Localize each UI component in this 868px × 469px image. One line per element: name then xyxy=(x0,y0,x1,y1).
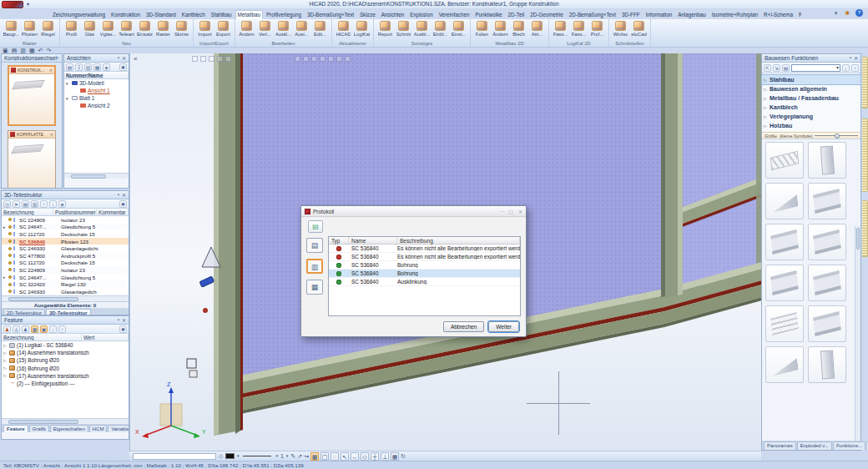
ribbon-button[interactable]: Teileart xyxy=(118,20,135,40)
ribbon-button[interactable]: Einsatz xyxy=(136,20,154,40)
view-front-icon[interactable] xyxy=(303,56,309,62)
pin-icon[interactable]: ▾ xyxy=(832,9,840,17)
function-category[interactable]: ▷ Holzbau xyxy=(762,121,860,130)
ribbon-button[interactable]: Skizze xyxy=(173,20,190,40)
close-icon[interactable]: ✕ xyxy=(50,132,53,137)
ribbon-button[interactable]: Glas xyxy=(81,20,98,40)
ribbon-button[interactable]: Verl... xyxy=(256,20,274,40)
protocol-row[interactable]: SC 536840 Bohrung xyxy=(329,261,520,270)
docked-panel-tab[interactable] xyxy=(862,57,868,108)
part-row[interactable]: I SC 477800 Andruckprofil 5 xyxy=(2,252,129,260)
pin-icon[interactable]: ▪ xyxy=(118,55,119,61)
ribbon-button[interactable]: LogiKal xyxy=(353,20,371,40)
ribbon-button[interactable]: Prof... xyxy=(588,20,606,40)
sort-desc-icon[interactable]: ↑ xyxy=(851,64,859,72)
ribbon-button[interactable]: Riegel xyxy=(39,20,57,40)
toolbar-icon[interactable]: ▢ xyxy=(320,452,329,461)
ribbon-button[interactable]: Vglas... xyxy=(99,20,117,40)
menu-tab[interactable]: 3D-Standard xyxy=(144,10,179,19)
part-row[interactable]: I SC 224809 Isolator 23 xyxy=(2,216,129,224)
next-button[interactable]: Weiter xyxy=(488,321,519,332)
menu-tab[interactable]: Ansichten xyxy=(379,10,407,19)
ribbon-button[interactable]: Folien xyxy=(473,20,491,40)
catalog-item-thumbnail[interactable] xyxy=(765,142,804,179)
select-tool-icon[interactable] xyxy=(192,56,198,62)
select-icon[interactable]: ➤ xyxy=(13,200,20,208)
menu-tab[interactable]: 2D-Teil xyxy=(506,10,527,19)
part-row[interactable]: I SC 246930 Glasanlagedicht xyxy=(2,245,129,252)
cancel-button[interactable]: Abbrechen xyxy=(443,321,484,332)
ribbon-button[interactable]: Ausbl... xyxy=(413,20,431,40)
drawing-thumbnail[interactable]: KOPFPLATTE ✕ xyxy=(8,130,56,189)
view-tree-item[interactable]: Ansicht 1 xyxy=(64,87,129,94)
catalog-item-thumbnail[interactable] xyxy=(765,305,804,342)
toolbar-icon[interactable]: ▣ xyxy=(3,48,8,53)
ribbon-button[interactable]: HiCAD xyxy=(335,20,352,40)
catalog-item-thumbnail[interactable] xyxy=(808,265,846,301)
toolbar-icon[interactable]: ↔ xyxy=(351,452,359,461)
dropdown-icon[interactable]: ▾ xyxy=(275,452,278,460)
menu-tab[interactable]: Konstruktion xyxy=(108,10,143,19)
sort-down-icon[interactable]: ↓ xyxy=(49,200,57,208)
dialog-titlebar[interactable]: Protokoll ‒ ▢ ✕ xyxy=(301,206,526,217)
catalog-tab[interactable]: Panoramas xyxy=(764,441,796,450)
dropdown-icon[interactable]: ▾ xyxy=(286,452,289,460)
current-color-swatch[interactable] xyxy=(225,453,235,459)
close-icon[interactable]: ✕ xyxy=(61,55,62,61)
tree-collapse-icon[interactable]: ⇱ xyxy=(764,64,771,72)
toolbar-icon[interactable]: ✎ xyxy=(290,452,295,460)
update-icon[interactable]: ▦ xyxy=(93,63,101,71)
catalog-item-thumbnail[interactable] xyxy=(765,183,804,219)
horizontal-scrollbar[interactable] xyxy=(64,173,129,179)
ribbon-button[interactable]: Fass... xyxy=(552,20,569,40)
toolbar-icon[interactable]: ▦ xyxy=(391,452,399,461)
menu-tab[interactable]: Stahlbau xyxy=(209,10,235,19)
toolbar-icon[interactable]: ↶ xyxy=(38,48,43,53)
menu-tab[interactable]: 3D-Bemaßung+Text xyxy=(305,10,356,19)
toolbar-icon[interactable]: ◇ xyxy=(361,452,369,461)
protocol-row[interactable]: SC 536840 Ausklinkung xyxy=(329,278,520,286)
ribbon-button[interactable]: Schnitt xyxy=(395,20,412,40)
search-icon[interactable]: ◎ xyxy=(3,200,11,208)
view-left-icon[interactable] xyxy=(320,56,326,62)
feature-row[interactable]: ▷ (16) Bohrung Ø20 xyxy=(2,365,129,372)
toolbar-icon[interactable]: ◌ xyxy=(331,452,339,461)
size-slider[interactable] xyxy=(815,135,858,136)
toolbar-icon[interactable]: ▤ xyxy=(12,48,18,53)
protocol-row[interactable]: SC 536840 Es können nicht alle Bearbeitu… xyxy=(329,253,520,261)
toolbar-icon[interactable]: ↖ xyxy=(341,452,349,461)
arrow-icon[interactable]: ↧ xyxy=(75,63,83,71)
pin-icon[interactable]: ▪ xyxy=(118,317,119,323)
feature-row[interactable]: ▷ (15) Bohrung Ø20 xyxy=(2,356,129,364)
print-icon[interactable]: ◈ xyxy=(103,63,110,71)
view-list-button[interactable]: ▥ xyxy=(306,259,323,274)
ribbon-button[interactable]: Auskl... xyxy=(275,20,292,40)
ribbon-button[interactable]: Export xyxy=(214,20,232,40)
feature-tab[interactable]: Grafik xyxy=(29,425,49,432)
gear-icon[interactable]: ✱ xyxy=(119,200,127,208)
toolbar-icon[interactable]: ↷ xyxy=(46,48,51,53)
toolbar-icon[interactable]: ↗ xyxy=(297,452,302,460)
export-report-button[interactable]: ▤ xyxy=(308,220,323,233)
sort-up-icon[interactable]: ↑ xyxy=(40,200,48,208)
menu-tab[interactable]: Zeichnungsverwaltung xyxy=(50,10,108,19)
close-icon[interactable]: ✕ xyxy=(122,192,126,198)
drawing-thumbnail[interactable]: KONSTRUK... ✕ xyxy=(8,65,56,126)
new-sheet-icon[interactable]: ▤ xyxy=(66,63,73,71)
tree-expand-icon[interactable]: ⇲ xyxy=(773,64,780,72)
toolbar-icon[interactable]: ↝ xyxy=(304,452,309,460)
linetype-preview[interactable] xyxy=(243,456,271,456)
feature-row[interactable]: (2) --- Einfügeposition --- xyxy=(2,380,129,387)
catalog-item-thumbnail[interactable] xyxy=(808,346,846,383)
pin-icon[interactable]: ▪ xyxy=(57,55,58,61)
toolbar-icon[interactable]: ▦ xyxy=(29,48,35,53)
app-menu-button[interactable] xyxy=(2,1,23,8)
ribbon-button[interactable]: Baugr... xyxy=(3,20,20,40)
catalog-item-thumbnail[interactable] xyxy=(808,142,846,179)
view-bottom-icon[interactable] xyxy=(345,56,351,62)
ribbon-button[interactable]: WinIso xyxy=(612,20,629,40)
horizontal-scrollbar[interactable] xyxy=(2,295,129,301)
menu-tab[interactable]: Metallbau xyxy=(235,10,263,19)
help-icon[interactable]: ? xyxy=(855,9,863,17)
pan-tool-icon[interactable] xyxy=(200,56,206,62)
